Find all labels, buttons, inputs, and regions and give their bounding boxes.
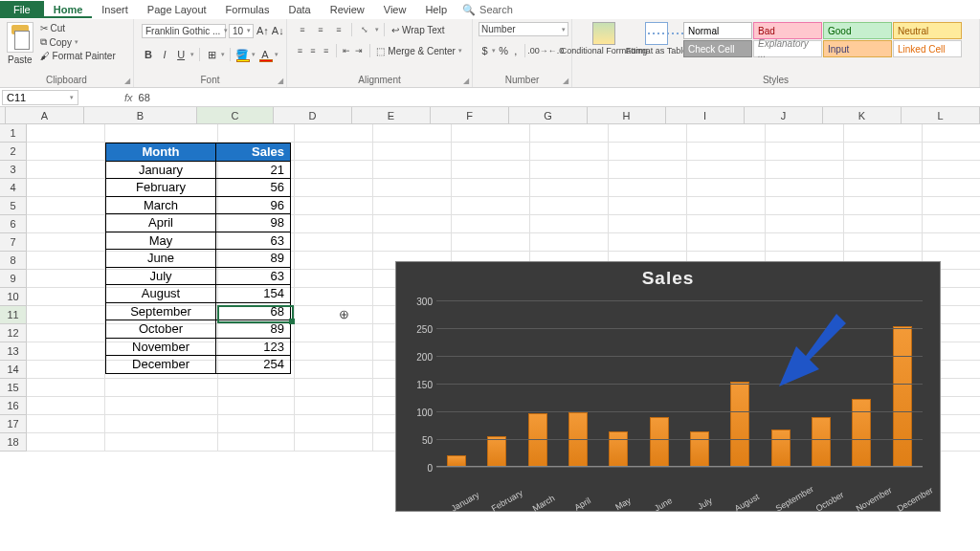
row-header[interactable]: 11 — [0, 306, 27, 324]
spreadsheet-grid[interactable]: ABCDEFGHIJKL 123456789101112131415161718… — [0, 107, 980, 452]
cell-value[interactable]: 254 — [216, 356, 291, 374]
row-header[interactable]: 12 — [0, 324, 27, 342]
column-header[interactable]: L — [902, 107, 980, 124]
align-bottom-button[interactable]: ≡ — [331, 23, 346, 36]
menu-tab-review[interactable]: Review — [321, 1, 374, 18]
cell-month[interactable]: May — [106, 231, 216, 250]
bar[interactable] — [609, 431, 628, 467]
paste-button[interactable]: Paste — [6, 22, 34, 66]
table-row[interactable]: May63 — [106, 231, 291, 250]
table-row[interactable]: October89 — [106, 320, 291, 339]
align-top-button[interactable]: ≡ — [295, 23, 310, 36]
row-header[interactable]: 6 — [0, 215, 27, 233]
cell-value[interactable]: 98 — [216, 214, 291, 232]
cell-month[interactable]: June — [106, 250, 216, 268]
menu-tab-home[interactable]: Home — [44, 1, 93, 18]
table-row[interactable]: January21 — [106, 161, 291, 179]
bar[interactable] — [852, 399, 871, 467]
column-header[interactable]: E — [352, 107, 431, 124]
fx-icon[interactable]: fx — [124, 92, 133, 103]
menu-tab-insert[interactable]: Insert — [92, 1, 138, 18]
cell-style-option[interactable]: Bad — [753, 22, 822, 39]
row-header[interactable]: 14 — [0, 361, 27, 379]
cell-value[interactable]: 96 — [216, 196, 291, 214]
merge-center-button[interactable]: ⬚Merge & Center ▾ — [374, 45, 464, 57]
increase-font-button[interactable]: A↑ — [256, 23, 269, 38]
bar[interactable] — [528, 413, 547, 467]
cut-button[interactable]: ✂Cut — [38, 22, 118, 34]
column-header[interactable]: A — [6, 107, 84, 124]
wrap-text-button[interactable]: ↩Wrap Text — [390, 24, 447, 36]
decrease-font-button[interactable]: A↓ — [272, 23, 284, 38]
orientation-button[interactable]: ⤡ — [357, 23, 372, 36]
table-row[interactable]: June89 — [106, 250, 291, 268]
conditional-formatting-button[interactable]: Conditional Formatting — [578, 22, 630, 56]
column-header[interactable]: F — [431, 107, 509, 124]
copy-button[interactable]: ⧉Copy▾ — [38, 35, 118, 49]
decrease-indent-button[interactable]: ⇤ — [341, 44, 351, 57]
cell-style-option[interactable]: Explanatory ... — [753, 40, 822, 57]
cell-month[interactable]: January — [106, 161, 216, 179]
cell-style-option[interactable]: Good — [823, 22, 892, 39]
column-header[interactable]: H — [588, 107, 666, 124]
menu-tab-view[interactable]: View — [374, 1, 416, 18]
cell-month[interactable]: November — [106, 338, 216, 356]
column-header[interactable]: J — [745, 107, 823, 124]
column-header[interactable]: D — [274, 107, 352, 124]
cell-month[interactable]: October — [106, 320, 216, 339]
dialog-launcher-icon[interactable]: ◢ — [278, 77, 283, 85]
column-header[interactable]: I — [666, 107, 745, 124]
italic-button[interactable]: I — [158, 47, 171, 62]
bar[interactable] — [690, 431, 709, 467]
align-middle-button[interactable]: ≡ — [313, 23, 328, 36]
column-header[interactable]: C — [197, 107, 274, 124]
cell-month[interactable]: September — [106, 302, 216, 320]
row-header[interactable]: 10 — [0, 288, 27, 306]
format-painter-button[interactable]: 🖌Format Painter — [38, 50, 118, 62]
menu-tab-data[interactable]: Data — [278, 1, 320, 18]
cell-style-option[interactable]: Input — [823, 40, 892, 57]
table-row[interactable]: November123 — [106, 338, 291, 356]
align-left-button[interactable]: ≡ — [295, 44, 305, 57]
column-header[interactable]: G — [509, 107, 588, 124]
dialog-launcher-icon[interactable]: ◢ — [463, 77, 469, 85]
table-row[interactable]: March96 — [106, 196, 291, 214]
formula-input[interactable]: 68 — [139, 92, 150, 103]
table-row[interactable]: September68 — [106, 302, 291, 320]
cell-value[interactable]: 21 — [216, 161, 291, 179]
row-header[interactable]: 16 — [0, 397, 27, 415]
cell-value[interactable]: 56 — [216, 179, 291, 197]
format-as-table-button[interactable]: Format as Table — [634, 22, 679, 56]
menu-tab-page-layout[interactable]: Page Layout — [138, 1, 216, 18]
file-tab[interactable]: File — [0, 1, 44, 18]
increase-decimal-button[interactable]: .00→ — [530, 43, 546, 58]
cell-value[interactable]: 63 — [216, 267, 291, 285]
row-header[interactable]: 18 — [0, 433, 27, 452]
cell-style-option[interactable]: Normal — [683, 22, 752, 39]
cell-styles-gallery[interactable]: NormalBadGoodNeutralCheck CellExplanator… — [683, 22, 962, 57]
cell-value[interactable]: 89 — [216, 250, 291, 268]
cell-month[interactable]: December — [106, 356, 216, 374]
align-center-button[interactable]: ≡ — [308, 44, 319, 57]
bar[interactable] — [771, 430, 791, 467]
bar[interactable] — [487, 436, 506, 467]
number-format-select[interactable]: Number▾ — [479, 22, 568, 36]
column-header[interactable]: K — [823, 107, 902, 124]
row-header[interactable]: 3 — [0, 161, 27, 179]
cell-value[interactable]: 63 — [216, 231, 291, 250]
align-right-button[interactable]: ≡ — [321, 44, 331, 57]
borders-button[interactable]: ⊞ — [205, 47, 218, 62]
column-header[interactable]: B — [84, 107, 197, 124]
dialog-launcher-icon[interactable]: ◢ — [563, 77, 568, 85]
row-header[interactable]: 2 — [0, 143, 27, 161]
menu-tab-formulas[interactable]: Formulas — [216, 1, 279, 18]
table-row[interactable]: December254 — [106, 356, 291, 374]
cell-month[interactable]: July — [106, 267, 216, 285]
cell-style-option[interactable]: Linked Cell — [893, 40, 962, 57]
table-row[interactable]: April98 — [106, 214, 291, 232]
embedded-chart[interactable]: Sales 050100150200250300 JanuaryFebruary… — [395, 261, 941, 512]
cell-month[interactable]: March — [106, 196, 216, 214]
tell-me-search[interactable]: 🔍 Search — [462, 4, 513, 16]
cell-month[interactable]: February — [106, 179, 216, 197]
row-header[interactable]: 8 — [0, 252, 27, 270]
